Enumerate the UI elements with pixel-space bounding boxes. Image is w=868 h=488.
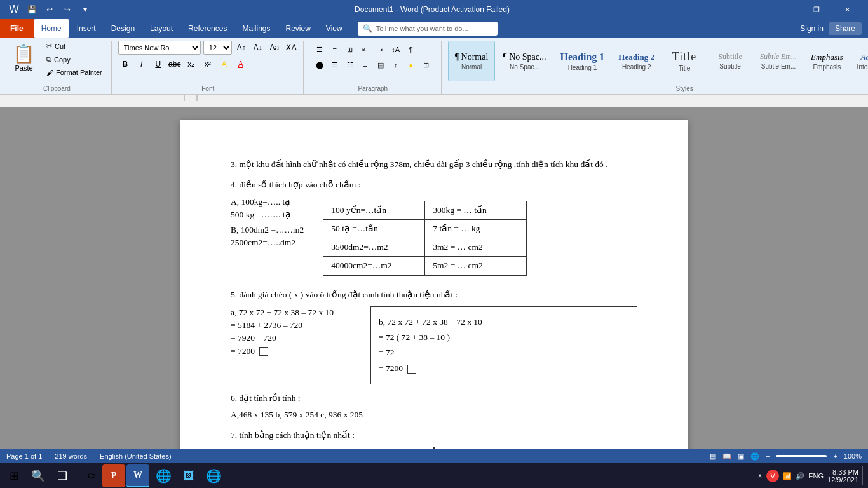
format-painter-btn[interactable]: 🖌 Format Painter	[43, 67, 106, 78]
line-spacing-btn[interactable]: ↕	[389, 58, 403, 71]
close-btn[interactable]: ✕	[832, 0, 862, 19]
style-nospacing[interactable]: ¶ No Spac... No Spac...	[496, 41, 552, 81]
tray-vivaldi[interactable]: V	[766, 470, 779, 482]
bullets-btn[interactable]: ☰	[313, 43, 327, 56]
sort-btn[interactable]: ↕A	[389, 43, 403, 56]
tray-volume-icon[interactable]: 🔊	[796, 472, 804, 480]
start-btn[interactable]: ⊞	[3, 464, 25, 487]
shrink-font-btn[interactable]: A↓	[251, 41, 265, 55]
menu-home[interactable]: Home	[34, 19, 69, 38]
section-7-b: b, 1996 x 1001 – 1896 …………………………………………	[435, 447, 637, 449]
read-mode-btn[interactable]: 📖	[722, 452, 731, 461]
style-heading1[interactable]: Heading 1 Heading 1	[554, 41, 611, 81]
font-size-select[interactable]: 12	[203, 41, 232, 55]
task-view-btn[interactable]: ❑	[51, 464, 74, 487]
layout-btn[interactable]: ▤	[710, 452, 716, 461]
font-color-btn[interactable]: A	[234, 57, 248, 71]
word-logo-icon: W	[6, 2, 22, 17]
table-row: 100 yến=…tấn 300kg = … tấn	[323, 201, 527, 219]
customize-quick-btn[interactable]: ▾	[78, 2, 93, 17]
taskbar-explorer[interactable]: 🗂	[82, 464, 101, 487]
borders-btn[interactable]: ⊞	[419, 58, 433, 71]
increase-indent-btn[interactable]: ⇥	[374, 43, 388, 56]
section-3-text: 3. một khu đất hình chữ nhật có chiều rộ…	[231, 158, 637, 171]
minimize-btn[interactable]: ─	[771, 0, 801, 19]
tray-chevron[interactable]: ∧	[757, 472, 763, 480]
strikethrough-btn[interactable]: abc	[168, 57, 182, 71]
restore-btn[interactable]: ❐	[802, 0, 831, 19]
taskbar-chrome1[interactable]: 🌐	[151, 464, 177, 487]
menu-mailings[interactable]: Mailings	[234, 19, 278, 38]
tray-show-desktop[interactable]	[862, 466, 865, 485]
search-btn[interactable]: 🔍	[27, 464, 50, 487]
redo-quick-btn[interactable]: ↪	[60, 2, 75, 17]
document-area[interactable]: 3. một khu đất hình chữ nhật có chiều rộ…	[0, 107, 868, 449]
cut-btn[interactable]: ✂ Cut	[43, 41, 106, 51]
tray-datetime[interactable]: 8:33 PM 12/9/2021	[827, 468, 858, 484]
style-subtleem[interactable]: Subtle Em... Subtle Em...	[754, 41, 803, 81]
clear-format-btn[interactable]: ✗A	[284, 41, 298, 55]
paste-label: Paste	[15, 64, 32, 72]
bold-btn[interactable]: B	[118, 57, 132, 71]
zoom-out-btn[interactable]: −	[766, 452, 770, 460]
paste-btn[interactable]: 📋 Paste	[8, 41, 40, 74]
change-case-btn[interactable]: Aa	[268, 41, 281, 55]
zoom-slider[interactable]	[776, 455, 827, 458]
zoom-in-btn[interactable]: +	[833, 452, 837, 460]
s4-a: A, 100kg=….. tạ	[231, 196, 304, 208]
menu-insert[interactable]: Insert	[69, 19, 104, 38]
underline-btn[interactable]: U	[151, 57, 165, 71]
table-row: 50 tạ =…tấn 7 tấn = … kg	[323, 219, 527, 238]
s5a-line3: = 7920 – 720	[231, 332, 358, 344]
web-view-btn[interactable]: 🌐	[750, 452, 759, 461]
save-quick-btn[interactable]: 💾	[24, 2, 39, 17]
share-btn[interactable]: Share	[829, 22, 862, 35]
style-normal[interactable]: ¶ Normal Normal	[448, 41, 496, 81]
format-painter-icon: 🖌	[46, 69, 53, 76]
tray-language[interactable]: ENG	[808, 472, 824, 480]
menu-references[interactable]: References	[180, 19, 234, 38]
taskbar-powerpoint[interactable]: P	[102, 464, 125, 487]
show-formatting-btn[interactable]: ¶	[404, 43, 418, 56]
menu-view[interactable]: View	[318, 19, 350, 38]
decrease-indent-btn[interactable]: ⇤	[358, 43, 372, 56]
menu-file[interactable]: File	[0, 19, 34, 38]
superscript-btn[interactable]: x²	[201, 57, 215, 71]
numbering-btn[interactable]: ≡	[328, 43, 342, 56]
print-layout-btn[interactable]: ▣	[738, 452, 744, 461]
menu-review[interactable]: Review	[278, 19, 318, 38]
taskbar-chrome2[interactable]: 🌐	[201, 464, 227, 487]
style-emphasis[interactable]: Emphasis Emphasis	[804, 41, 850, 81]
menu-design[interactable]: Design	[104, 19, 142, 38]
taskbar-photos[interactable]: 🖼	[178, 464, 200, 487]
align-center-btn[interactable]: ☰	[328, 58, 342, 71]
ribbon-search-input[interactable]: Tell me what you want to do...	[376, 25, 468, 32]
style-subtitle[interactable]: Subtitle Subtitle	[708, 41, 752, 81]
justify-btn[interactable]: ≡	[358, 58, 372, 71]
taskbar-word[interactable]: W	[126, 464, 149, 487]
style-title-label: Title	[679, 65, 691, 72]
checkbox-a	[259, 347, 268, 356]
style-heading2-label: Heading 2	[622, 64, 651, 71]
style-intenseem[interactable]: AaBbCcI Intense Em...	[851, 41, 868, 81]
grow-font-btn[interactable]: A↑	[234, 41, 248, 55]
sign-in-btn[interactable]: Sign in	[800, 24, 824, 33]
columns-btn[interactable]: ▤	[374, 58, 388, 71]
section-7-title: 7. tính bằng cách thuận tiện nhất :	[231, 429, 637, 442]
align-left-btn[interactable]: ⬤	[313, 58, 327, 71]
font-group: Times New Ro 12 A↑ A↓ Aa ✗A B I U	[113, 41, 304, 94]
paragraph-label: Paragraph	[358, 85, 388, 94]
style-subtleem-label: Subtle Em...	[761, 63, 796, 70]
style-title[interactable]: Title Title	[662, 41, 707, 81]
align-right-btn[interactable]: ☷	[343, 58, 357, 71]
italic-btn[interactable]: I	[135, 57, 149, 71]
undo-quick-btn[interactable]: ↩	[42, 2, 57, 17]
style-heading2[interactable]: Heading 2 Heading 2	[612, 41, 661, 81]
shading-btn[interactable]: ▲	[404, 58, 418, 71]
copy-btn[interactable]: ⧉ Copy	[43, 54, 106, 65]
font-family-select[interactable]: Times New Ro	[118, 41, 201, 55]
text-highlight-btn[interactable]: A	[217, 57, 231, 71]
multilevel-btn[interactable]: ⊞	[343, 43, 357, 56]
subscript-btn[interactable]: x₂	[184, 57, 198, 71]
menu-layout[interactable]: Layout	[142, 19, 180, 38]
